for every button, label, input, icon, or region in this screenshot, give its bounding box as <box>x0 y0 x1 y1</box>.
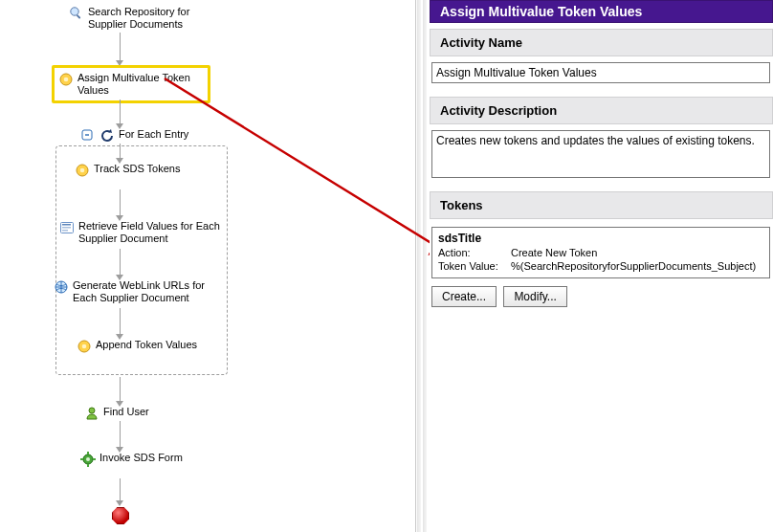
section-activity-name: Activity Name <box>430 29 773 56</box>
svg-rect-5 <box>85 134 89 135</box>
svg-rect-19 <box>87 464 89 467</box>
connector <box>120 33 121 61</box>
token-icon <box>75 163 90 181</box>
token-action-label: Action: <box>438 247 511 258</box>
panel-title: Assign Multivalue Token Values <box>430 0 773 23</box>
section-tokens: Tokens <box>430 191 773 219</box>
activity-retrieve-fields[interactable]: Retrieve Field Values for Each Supplier … <box>59 220 227 245</box>
activity-invoke-sds[interactable]: Invoke SDS Form <box>80 452 183 470</box>
svg-rect-1 <box>77 14 81 19</box>
svg-rect-10 <box>62 227 71 229</box>
activity-stop[interactable] <box>112 507 129 524</box>
activity-label: Find User <box>103 406 149 418</box>
toggle-icon <box>80 128 96 146</box>
arrow-icon <box>116 500 123 506</box>
workflow-canvas[interactable]: Search Repository for Supplier Documents… <box>0 0 416 532</box>
activity-label: Invoke SDS Form <box>99 452 183 464</box>
activity-search-repo[interactable]: Search Repository for Supplier Documents <box>69 6 212 31</box>
form-icon <box>59 220 75 238</box>
connector <box>120 478 121 501</box>
svg-rect-9 <box>62 224 71 226</box>
activity-find-user[interactable]: Find User <box>84 406 149 424</box>
activity-for-each[interactable]: For Each Entry <box>80 128 188 146</box>
svg-point-7 <box>80 168 85 173</box>
connector <box>120 249 121 276</box>
svg-point-3 <box>64 78 69 82</box>
svg-point-0 <box>71 8 78 15</box>
activity-label: Append Token Values <box>96 339 197 351</box>
svg-point-15 <box>89 408 95 413</box>
globe-icon <box>54 279 69 298</box>
token-entry[interactable]: sdsTitle Action: Create New Token Token … <box>431 227 770 278</box>
gear-icon <box>80 452 96 470</box>
modify-button[interactable]: Modify... <box>503 286 566 307</box>
connector <box>120 189 121 216</box>
activity-label: Assign Multivalue Token Values <box>77 72 202 97</box>
activity-label: Generate WebLink URLs for Each Supplier … <box>73 279 231 304</box>
activity-description-input[interactable] <box>431 130 770 178</box>
properties-panel: Assign Multivalue Token Values Activity … <box>430 0 773 532</box>
token-icon <box>77 339 92 357</box>
activity-label: Retrieve Field Values for Each Supplier … <box>78 220 227 245</box>
splitter[interactable] <box>423 0 427 532</box>
magnifier-icon <box>69 6 84 24</box>
svg-point-14 <box>82 344 87 349</box>
token-name: sdsTitle <box>438 232 763 245</box>
create-button[interactable]: Create... <box>431 286 497 307</box>
svg-rect-21 <box>93 458 96 460</box>
token-value-label: Token Value: <box>438 260 511 272</box>
activity-label: Track SDS Tokens <box>94 163 180 175</box>
section-activity-description: Activity Description <box>430 97 773 124</box>
activity-track-sds[interactable]: Track SDS Tokens <box>75 163 180 181</box>
token-icon <box>58 72 74 90</box>
connector <box>120 100 121 124</box>
activity-name-input[interactable] <box>431 62 770 83</box>
splitter[interactable] <box>417 0 421 532</box>
token-value-value: %(SearchRepositoryforSupplierDocuments_S… <box>511 260 756 272</box>
svg-rect-11 <box>62 230 68 232</box>
svg-point-17 <box>86 457 90 461</box>
user-icon <box>84 406 99 424</box>
connector <box>120 421 121 448</box>
connector <box>120 377 121 402</box>
activity-assign-multivalue[interactable]: Assign Multivalue Token Values <box>52 65 210 103</box>
activity-label: For Each Entry <box>119 128 188 141</box>
connector <box>120 144 121 159</box>
activity-append-token[interactable]: Append Token Values <box>77 339 197 357</box>
svg-rect-18 <box>87 452 89 454</box>
connector <box>120 308 121 335</box>
svg-rect-20 <box>80 458 83 460</box>
refresh-icon <box>99 128 115 146</box>
activity-label: Search Repository for Supplier Documents <box>88 6 212 31</box>
token-action-value: Create New Token <box>511 247 597 258</box>
activity-generate-weblink[interactable]: Generate WebLink URLs for Each Supplier … <box>54 279 231 304</box>
stop-icon <box>112 507 129 524</box>
